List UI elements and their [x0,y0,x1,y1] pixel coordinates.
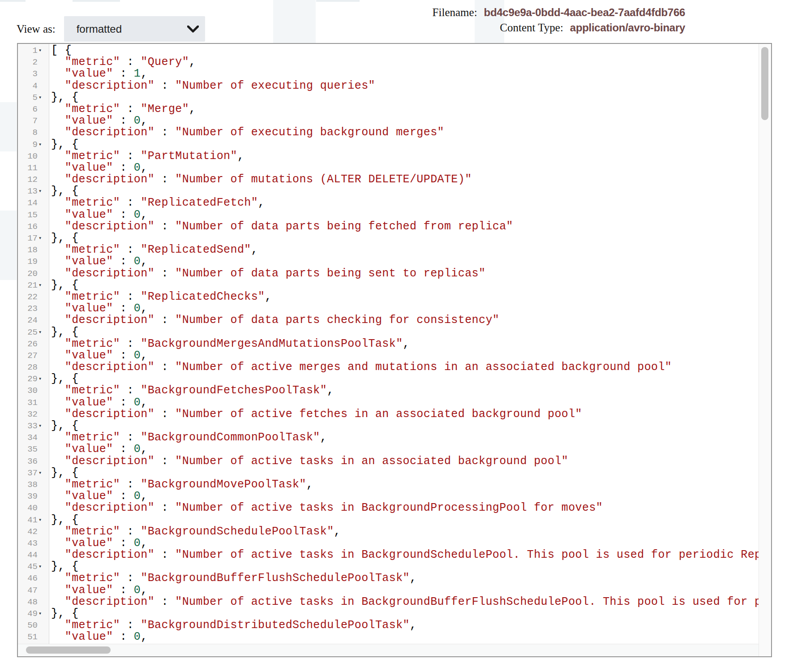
code-line-text[interactable]: "value" : 0, [49,256,771,267]
line-number: 14 [18,197,49,209]
code-line-text[interactable]: "description" : "Number of data parts be… [49,268,771,280]
code-line-text[interactable]: [ { [49,45,771,56]
code-line: 48 "description" : "Number of active tas… [18,596,771,608]
code-line-text[interactable]: "value" : 0, [49,162,771,174]
code-line: 32 "description" : "Number of active fet… [18,409,771,420]
content-type-row: Content Type: application/avro-binary [500,22,685,37]
line-number: 36 [18,456,49,467]
fold-arrow-icon[interactable]: ▾ [39,608,42,620]
fold-arrow-icon[interactable]: ▾ [39,467,42,479]
code-line-text[interactable]: "value" : 0, [49,115,771,127]
code-line-text[interactable]: "value" : 0, [49,444,771,455]
fold-arrow-icon[interactable]: ▾ [39,561,42,573]
code-line-text[interactable]: }, { [49,608,771,620]
horizontal-scrollbar-thumb[interactable] [26,646,111,654]
code-line: 43 "value" : 0, [18,538,771,549]
fold-arrow-icon[interactable]: ▾ [39,280,42,291]
line-number: 26 [18,338,49,350]
line-number: 15 [18,209,49,221]
line-number: 28 [18,362,49,373]
line-number: 19 [18,256,49,267]
code-line-text[interactable]: "description" : "Number of data parts ch… [49,314,771,326]
line-number: 11 [18,162,49,174]
code-line-text[interactable]: "description" : "Number of executing que… [49,80,771,92]
code-rows: 1▾[ {2 "metric" : "Query",3 "value" : 1,… [18,45,771,643]
code-line: 41▾}, { [18,514,771,526]
line-number: 32 [18,409,49,420]
fold-arrow-icon[interactable]: ▾ [39,327,42,338]
code-line-text[interactable]: "value" : 0, [49,397,771,409]
code-line-text[interactable]: "value" : 0, [49,303,771,314]
code-line-text[interactable]: "metric" : "BackgroundSchedulePoolTask", [49,526,771,538]
code-line-text[interactable]: "metric" : "BackgroundMergesAndMutations… [49,338,771,350]
code-line-text[interactable]: "description" : "Number of mutations (AL… [49,174,771,185]
code-line-text[interactable]: "value" : 0, [49,350,771,362]
code-line-text[interactable]: "value" : 0, [49,209,771,221]
fold-arrow-icon[interactable]: ▾ [39,139,42,151]
horizontal-scrollbar[interactable]: 52 [18,644,759,656]
fold-arrow-icon[interactable]: ▾ [39,514,42,526]
code-line-text[interactable]: "metric" : "ReplicatedSend", [49,244,771,256]
code-line-text[interactable]: }, { [49,467,771,479]
code-line-text[interactable]: "description" : "Number of data parts be… [49,221,771,233]
view-as-select[interactable]: formatted [64,16,205,42]
line-number: 43 [18,538,49,549]
code-line-text[interactable]: "description" : "Number of active tasks … [49,456,771,467]
fold-arrow-icon[interactable]: ▾ [39,185,42,197]
code-line-text[interactable]: }, { [49,561,771,573]
fold-arrow-icon[interactable]: ▾ [39,233,42,244]
code-line-text[interactable]: "metric" : "Query", [49,56,771,68]
line-number: 27 [18,350,49,362]
code-line-text[interactable]: "description" : "Number of executing bac… [49,127,771,138]
vertical-scrollbar-thumb[interactable] [761,47,768,120]
code-line-text[interactable]: "description" : "Number of active fetche… [49,409,771,420]
fold-arrow-icon[interactable]: ▾ [39,420,42,432]
fold-arrow-icon[interactable]: ▾ [39,45,42,56]
skeleton-strip [73,0,120,2]
code-line-text[interactable]: "value" : 0, [49,491,771,502]
fold-arrow-icon[interactable]: ▾ [39,373,42,385]
code-line-text[interactable]: }, { [49,514,771,526]
code-line-text[interactable]: "metric" : "BackgroundDistributedSchedul… [49,620,771,631]
code-line-text[interactable]: "value" : 1, [49,68,771,80]
code-line-text[interactable]: }, { [49,420,771,432]
code-line: 6 "metric" : "Merge", [18,103,771,115]
code-line-text[interactable]: }, { [49,233,771,244]
code-line-text[interactable]: "metric" : "Merge", [49,103,771,115]
code-line-text[interactable]: }, { [49,139,771,151]
code-line-text[interactable]: "metric" : "PartMutation", [49,151,771,162]
code-line: 17▾}, { [18,233,771,244]
code-line-text[interactable]: }, { [49,280,771,291]
code-editor[interactable]: 1▾[ {2 "metric" : "Query",3 "value" : 1,… [17,43,772,657]
code-line-text[interactable]: }, { [49,185,771,197]
code-line-text[interactable]: "description" : "Number of active tasks … [49,596,771,608]
code-line: 38 "metric" : "BackgroundMovePoolTask", [18,479,771,491]
code-line-text[interactable]: }, { [49,92,771,103]
vertical-scrollbar[interactable] [759,44,771,656]
code-line-text[interactable]: "value" : 0, [49,631,771,643]
code-line: 1▾[ { [18,45,771,56]
code-line-text[interactable]: "metric" : "BackgroundBufferFlushSchedul… [49,573,771,584]
code-line-text[interactable]: "description" : "Number of active tasks … [49,502,771,514]
code-line-text[interactable]: "metric" : "ReplicatedFetch", [49,197,771,209]
code-line-text[interactable]: "value" : 0, [49,538,771,549]
code-line: 47 "value" : 0, [18,585,771,596]
skeleton-column [273,0,316,43]
code-line-text[interactable]: "value" : 0, [49,585,771,596]
skeleton-block [0,211,17,280]
code-line-text[interactable]: }, { [49,327,771,338]
code-line-text[interactable]: "metric" : "ReplicatedChecks", [49,291,771,303]
line-number: 30 [18,385,49,396]
code-line: 8 "description" : "Number of executing b… [18,127,771,138]
fold-arrow-icon[interactable]: ▾ [39,92,42,103]
code-line-text[interactable]: "description" : "Number of active merges… [49,362,771,373]
line-number: 41▾ [18,514,49,526]
code-line-text[interactable]: "description" : "Number of active tasks … [49,549,771,561]
code-line-text[interactable]: "metric" : "BackgroundMovePoolTask", [49,479,771,491]
line-number: 51 [18,631,49,643]
line-number: 29▾ [18,373,49,385]
code-line-text[interactable]: "metric" : "BackgroundCommonPoolTask", [49,432,771,444]
code-line-text[interactable]: }, { [49,373,771,385]
code-line-text[interactable]: "metric" : "BackgroundFetchesPoolTask", [49,385,771,396]
line-number: 10 [18,151,49,162]
